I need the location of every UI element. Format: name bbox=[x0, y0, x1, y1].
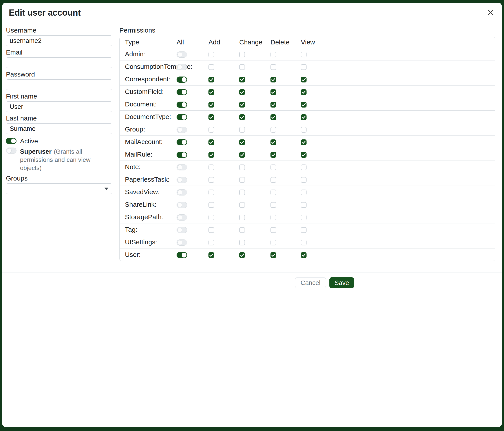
permission-change-checkbox[interactable] bbox=[239, 139, 245, 145]
permission-all-toggle[interactable] bbox=[177, 77, 187, 83]
cancel-button[interactable]: Cancel bbox=[295, 277, 326, 288]
permission-view-checkbox[interactable] bbox=[301, 227, 306, 233]
permission-add-checkbox[interactable] bbox=[208, 139, 214, 145]
permission-add-checkbox[interactable] bbox=[208, 240, 214, 245]
permission-change-checkbox[interactable] bbox=[239, 77, 245, 82]
permission-add-checkbox[interactable] bbox=[208, 127, 214, 133]
permission-change-checkbox[interactable] bbox=[239, 227, 245, 233]
check-icon bbox=[270, 102, 276, 108]
permission-view-checkbox[interactable] bbox=[301, 252, 306, 258]
permission-change-checkbox[interactable] bbox=[239, 52, 245, 57]
permission-delete-checkbox[interactable] bbox=[270, 127, 276, 133]
permission-add-checkbox[interactable] bbox=[208, 252, 214, 258]
permission-delete-checkbox[interactable] bbox=[270, 240, 276, 245]
permission-change-checkbox[interactable] bbox=[239, 202, 245, 208]
permission-add-checkbox[interactable] bbox=[208, 215, 214, 220]
permission-all-toggle[interactable] bbox=[177, 202, 187, 208]
permission-all-toggle[interactable] bbox=[177, 102, 187, 108]
permission-view-checkbox[interactable] bbox=[301, 164, 306, 170]
permission-change-checkbox[interactable] bbox=[239, 240, 245, 245]
permission-delete-checkbox[interactable] bbox=[270, 152, 276, 158]
permission-all-toggle[interactable] bbox=[177, 64, 187, 70]
close-button[interactable]: × bbox=[487, 8, 494, 17]
permission-change-checkbox[interactable] bbox=[239, 152, 245, 158]
permission-all-toggle[interactable] bbox=[177, 114, 187, 120]
permission-all-toggle[interactable] bbox=[177, 89, 187, 95]
permission-change-checkbox[interactable] bbox=[239, 215, 245, 220]
permission-delete-checkbox[interactable] bbox=[270, 215, 276, 220]
superuser-toggle[interactable] bbox=[6, 148, 17, 154]
footer-buttons: Cancel Save bbox=[295, 277, 354, 288]
username-input[interactable] bbox=[6, 36, 112, 46]
check-icon bbox=[208, 152, 214, 158]
permission-view-checkbox[interactable] bbox=[301, 177, 306, 183]
email-field[interactable] bbox=[6, 57, 112, 68]
permission-view-checkbox[interactable] bbox=[301, 189, 306, 195]
active-toggle[interactable] bbox=[6, 138, 17, 144]
permission-add-checkbox[interactable] bbox=[208, 89, 214, 95]
password-field[interactable] bbox=[6, 79, 112, 90]
save-button[interactable]: Save bbox=[329, 277, 354, 288]
permission-all-toggle[interactable] bbox=[177, 164, 187, 171]
permission-change-checkbox[interactable] bbox=[239, 102, 245, 108]
permission-all-toggle[interactable] bbox=[177, 240, 187, 246]
permission-delete-checkbox[interactable] bbox=[270, 164, 276, 170]
permission-all-toggle[interactable] bbox=[177, 139, 187, 145]
check-icon bbox=[270, 139, 276, 145]
groups-select[interactable] bbox=[6, 183, 112, 194]
permission-view-checkbox[interactable] bbox=[301, 202, 306, 208]
first-name-field[interactable] bbox=[6, 101, 112, 112]
permission-view-checkbox[interactable] bbox=[301, 114, 306, 120]
permission-add-checkbox[interactable] bbox=[208, 52, 214, 57]
permission-change-checkbox[interactable] bbox=[239, 164, 245, 170]
permission-view-checkbox[interactable] bbox=[301, 152, 306, 158]
permission-all-toggle[interactable] bbox=[177, 177, 187, 183]
permission-add-checkbox[interactable] bbox=[208, 64, 214, 70]
permission-delete-checkbox[interactable] bbox=[270, 89, 276, 95]
permission-change-checkbox[interactable] bbox=[239, 114, 245, 120]
permission-change-checkbox[interactable] bbox=[239, 89, 245, 95]
permission-change-checkbox[interactable] bbox=[239, 64, 245, 70]
permission-delete-checkbox[interactable] bbox=[270, 114, 276, 120]
permission-delete-checkbox[interactable] bbox=[270, 202, 276, 208]
permission-delete-checkbox[interactable] bbox=[270, 102, 276, 108]
permission-change-checkbox[interactable] bbox=[239, 177, 245, 183]
permission-change-checkbox[interactable] bbox=[239, 189, 245, 195]
permission-add-checkbox[interactable] bbox=[208, 77, 214, 82]
permission-delete-checkbox[interactable] bbox=[270, 252, 276, 258]
permission-change-checkbox[interactable] bbox=[239, 127, 245, 133]
permission-add-checkbox[interactable] bbox=[208, 102, 214, 108]
permission-all-toggle[interactable] bbox=[177, 189, 187, 196]
permission-add-checkbox[interactable] bbox=[208, 164, 214, 170]
permission-all-toggle[interactable] bbox=[177, 252, 187, 258]
permission-view-checkbox[interactable] bbox=[301, 64, 306, 70]
permission-delete-checkbox[interactable] bbox=[270, 77, 276, 82]
permission-add-checkbox[interactable] bbox=[208, 114, 214, 120]
permission-change-checkbox[interactable] bbox=[239, 252, 245, 258]
permission-add-checkbox[interactable] bbox=[208, 152, 214, 158]
permission-all-toggle[interactable] bbox=[177, 52, 187, 58]
permission-add-checkbox[interactable] bbox=[208, 177, 214, 183]
permission-add-checkbox[interactable] bbox=[208, 202, 214, 208]
permission-delete-checkbox[interactable] bbox=[270, 139, 276, 145]
permission-view-checkbox[interactable] bbox=[301, 102, 306, 108]
permission-delete-checkbox[interactable] bbox=[270, 52, 276, 57]
permission-view-checkbox[interactable] bbox=[301, 139, 306, 145]
permission-add-checkbox[interactable] bbox=[208, 227, 214, 233]
permission-delete-checkbox[interactable] bbox=[270, 64, 276, 70]
permission-view-checkbox[interactable] bbox=[301, 240, 306, 245]
permission-delete-checkbox[interactable] bbox=[270, 227, 276, 233]
permission-add-checkbox[interactable] bbox=[208, 189, 214, 195]
permission-view-checkbox[interactable] bbox=[301, 215, 306, 220]
permission-all-toggle[interactable] bbox=[177, 227, 187, 233]
last-name-field[interactable] bbox=[6, 123, 112, 134]
permission-delete-checkbox[interactable] bbox=[270, 189, 276, 195]
permission-view-checkbox[interactable] bbox=[301, 89, 306, 95]
permission-all-toggle[interactable] bbox=[177, 152, 187, 158]
permission-view-checkbox[interactable] bbox=[301, 127, 306, 133]
permission-view-checkbox[interactable] bbox=[301, 77, 306, 82]
permission-all-toggle[interactable] bbox=[177, 127, 187, 133]
permission-delete-checkbox[interactable] bbox=[270, 177, 276, 183]
permission-view-checkbox[interactable] bbox=[301, 52, 306, 57]
permission-all-toggle[interactable] bbox=[177, 214, 187, 221]
